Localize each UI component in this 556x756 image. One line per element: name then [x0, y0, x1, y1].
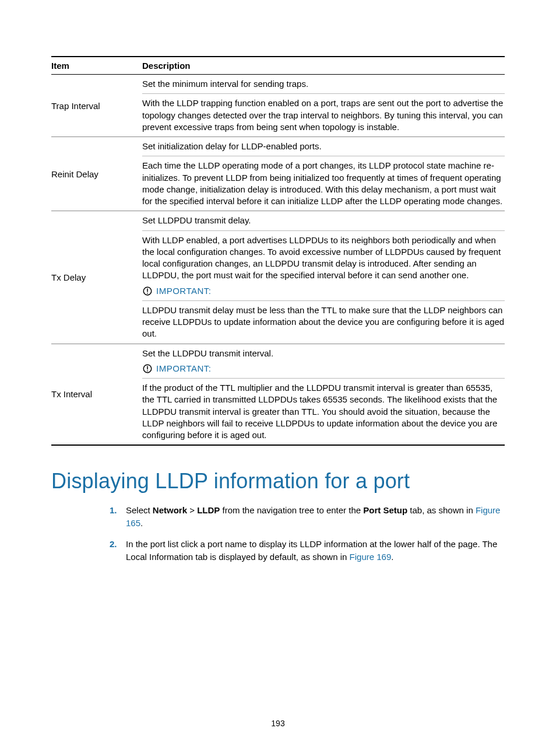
item-cell: Trap Interval [51, 75, 142, 137]
description-cell: Set the LLDPDU transmit interval.IMPORTA… [142, 344, 505, 445]
description-text: Set LLDPDU transmit delay. [142, 215, 505, 226]
table-row: Trap IntervalSet the minimum interval fo… [51, 75, 505, 137]
description-text: Each time the LLDP operating mode of a p… [142, 160, 505, 207]
description-block: If the product of the TTL multiplier and… [142, 379, 505, 445]
section-heading: Displaying LLDP information for a port [51, 469, 505, 494]
description-text: Set the LLDPDU transmit interval. [142, 348, 505, 359]
description-block: Each time the LLDP operating mode of a p… [142, 156, 505, 211]
item-cell: Reinit Delay [51, 137, 142, 211]
description-text: With the LLDP trapping function enabled … [142, 97, 505, 133]
step-item: In the port list click a port name to di… [110, 538, 505, 572]
description-block: With LLDP enabled, a port advertises LLD… [142, 230, 505, 300]
description-text: With LLDP enabled, a port advertises LLD… [142, 235, 505, 282]
step-text: . [391, 552, 393, 562]
step-item: Select Network > LLDP from the navigatio… [110, 504, 505, 538]
description-block: Set the minimum interval for sending tra… [142, 75, 505, 94]
step-bold: Network [153, 505, 187, 515]
description-text: Set initialization delay for LLDP-enable… [142, 141, 505, 152]
description-block: Set initialization delay for LLDP-enable… [142, 137, 505, 156]
svg-rect-5 [147, 370, 148, 372]
table-row: Tx IntervalSet the LLDPDU transmit inter… [51, 344, 505, 445]
step-text: . [140, 518, 143, 528]
important-label: IMPORTANT: [156, 285, 211, 297]
table-header-item: Item [51, 57, 142, 75]
step-text: In the port list click a port name to di… [126, 539, 497, 562]
figure-link[interactable]: Figure 169 [350, 552, 392, 562]
steps-list: Select Network > LLDP from the navigatio… [110, 504, 505, 571]
description-text: LLDPDU transmit delay must be less than … [142, 304, 505, 340]
description-block: Set LLDPDU transmit delay. [142, 211, 505, 230]
step-text: Select [126, 505, 153, 515]
step-bold: Port Setup [363, 505, 407, 515]
table-header-description: Description [142, 57, 505, 75]
description-block: With the LLDP trapping function enabled … [142, 94, 505, 136]
table-row: Reinit DelaySet initialization delay for… [51, 137, 505, 211]
description-block: LLDPDU transmit delay must be less than … [142, 300, 505, 343]
page-number: 193 [0, 719, 556, 728]
step-text: tab, as shown in [407, 505, 476, 515]
item-cell: Tx Interval [51, 344, 142, 445]
table-row: Tx DelaySet LLDPDU transmit delay.With L… [51, 211, 505, 344]
svg-rect-4 [147, 366, 148, 369]
item-cell: Tx Delay [51, 211, 142, 344]
description-cell: Set the minimum interval for sending tra… [142, 75, 505, 137]
svg-rect-1 [147, 288, 148, 292]
description-block: Set the LLDPDU transmit interval.IMPORTA… [142, 344, 505, 379]
description-text: Set the minimum interval for sending tra… [142, 78, 505, 90]
important-icon [142, 286, 153, 296]
description-cell: Set LLDPDU transmit delay.With LLDP enab… [142, 211, 505, 344]
step-text: from the navigation tree to enter the [220, 505, 363, 515]
step-bold: LLDP [197, 505, 220, 515]
description-cell: Set initialization delay for LLDP-enable… [142, 137, 505, 211]
step-text: > [187, 505, 197, 515]
lldp-settings-table: Item Description Trap IntervalSet the mi… [51, 56, 505, 446]
svg-rect-2 [147, 293, 148, 294]
important-label: IMPORTANT: [156, 363, 211, 374]
description-text: If the product of the TTL multiplier and… [142, 382, 505, 441]
important-icon [142, 363, 153, 374]
